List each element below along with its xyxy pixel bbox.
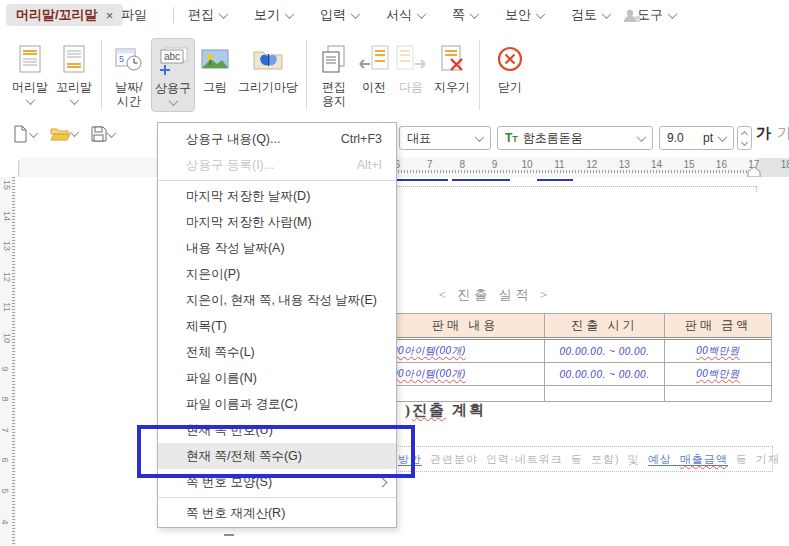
menu-쪽[interactable]: 쪽 bbox=[452, 6, 478, 24]
menu-검토[interactable]: 검토 bbox=[571, 6, 610, 24]
text-fragment bbox=[224, 534, 234, 536]
chevron-down-icon bbox=[602, 9, 612, 19]
menu-item-label: 제목(T) bbox=[186, 318, 227, 335]
font-size-combobox[interactable]: 9.0 pt bbox=[659, 126, 734, 150]
paper-pages-icon bbox=[319, 42, 349, 76]
menu-item-4[interactable]: 마지막 저장한 사람(M) bbox=[158, 209, 396, 235]
tab-header-footer[interactable]: 머리말/꼬리말 × bbox=[6, 4, 123, 26]
heading-emphasis: 진출 bbox=[412, 402, 446, 418]
toolbar-button-그리기마당[interactable]: 그리기마당 bbox=[235, 38, 301, 112]
calendar-clock-icon: 5 bbox=[114, 42, 144, 76]
ruler-number: 10 bbox=[2, 333, 12, 343]
table-cell: 00백만원 bbox=[665, 339, 772, 363]
menu-item-label: 상용구 등록(I)... bbox=[186, 157, 274, 174]
menu-편집[interactable]: 편집 bbox=[188, 6, 227, 24]
document-canvas: < 진출 실적 > 판매 내용진출 시기판매 금액00아이템(00개)00.00… bbox=[16, 177, 789, 546]
chevron-down-icon bbox=[741, 138, 748, 145]
tab-label: 머리말/꼬리말 bbox=[16, 6, 98, 24]
toolbar-button-label: 지우기 bbox=[434, 80, 470, 94]
font-size-stepper[interactable] bbox=[737, 126, 752, 150]
menu-item-10[interactable]: 파일 이름(N) bbox=[158, 365, 396, 391]
tab-close-icon[interactable]: × bbox=[106, 8, 114, 23]
toolbar-button-이전[interactable]: 이전 bbox=[356, 38, 392, 112]
menu-보기[interactable]: 보기 bbox=[254, 6, 293, 24]
chevron-down-icon bbox=[70, 127, 80, 137]
font-value: 함초롬돋움 bbox=[523, 130, 583, 147]
toolbar-button-지우기[interactable]: 지우기 bbox=[430, 38, 474, 112]
toolbar-button-그림[interactable]: 그림 bbox=[195, 38, 235, 112]
font-type-icon: TT bbox=[505, 131, 518, 145]
menu-입력[interactable]: 입력 bbox=[320, 6, 359, 24]
menu-file[interactable]: 파일 bbox=[121, 0, 147, 30]
font-grow-button[interactable]: 가 bbox=[756, 124, 771, 143]
table-header-cell: 진출 시기 bbox=[545, 314, 665, 339]
chevron-down-icon bbox=[417, 9, 427, 19]
ruler-number: 11 bbox=[554, 159, 564, 170]
toolbar-button-날짜/시간[interactable]: 5날짜/ 시간 bbox=[107, 38, 151, 112]
vertical-ruler: 151413121110987654 bbox=[0, 177, 17, 546]
chevron-down-icon bbox=[107, 128, 117, 138]
heading-prefix: ) bbox=[405, 402, 412, 418]
chevron-down-icon bbox=[25, 95, 35, 105]
toolbar-button-상용구[interactable]: abc상용구 bbox=[151, 38, 195, 112]
toolbar-button-label: 상용구 bbox=[155, 81, 191, 95]
menu-item-8[interactable]: 제목(T) bbox=[158, 313, 396, 339]
style-combobox[interactable]: 대표 bbox=[399, 126, 491, 150]
abc-autotext-icon: abc bbox=[155, 43, 191, 77]
table-cell bbox=[386, 386, 545, 402]
open-folder-icon[interactable] bbox=[50, 125, 78, 142]
toolbar-button-꼬리말[interactable]: 꼬리말 bbox=[52, 38, 96, 112]
toolbar-button-편집용지[interactable]: 편집 용지 bbox=[312, 38, 356, 112]
toolbar-divider bbox=[101, 40, 102, 110]
menu-item-7[interactable]: 지은이, 현재 쪽, 내용 작성 날짜(E) bbox=[158, 287, 396, 313]
account-person-icon[interactable] bbox=[623, 8, 641, 28]
menu-label: 보안 bbox=[505, 6, 531, 24]
menu-item-5[interactable]: 내용 작성 날짜(A) bbox=[158, 235, 396, 261]
menu-item-0[interactable]: 상용구 내용(Q)...Ctrl+F3 bbox=[158, 126, 396, 152]
style-value: 대표 bbox=[407, 130, 431, 147]
table-cell: 00아이템(00개) bbox=[386, 363, 545, 386]
font-shrink-button[interactable]: 가 bbox=[777, 124, 789, 143]
toolbar-button-닫기[interactable]: 닫기 bbox=[485, 38, 535, 112]
ruler-number: 8 bbox=[459, 159, 465, 170]
font-size-value: 9.0 bbox=[667, 131, 684, 145]
hancom-office-window: 머리말/꼬리말 × 파일 편집보기입력서식쪽보안검토도구 머리말꼬리말5날짜/ … bbox=[0, 0, 789, 546]
table-cell-text: 00백만원 bbox=[696, 345, 740, 356]
menu-item-3[interactable]: 마지막 저장한 날짜(D) bbox=[158, 183, 396, 209]
menu-item-6[interactable]: 지은이(P) bbox=[158, 261, 396, 287]
ruler-number: 7 bbox=[427, 159, 433, 170]
menu-item-shortcut: Alt+I bbox=[357, 158, 382, 172]
menu-item-9[interactable]: 전체 쪽수(L) bbox=[158, 339, 396, 365]
ruler-number: 10 bbox=[521, 159, 532, 170]
table-cell-text: 00.00.00. ~ 00.00. bbox=[560, 369, 650, 380]
ruler-number: 13 bbox=[619, 159, 630, 170]
table-cell: 00.00.00. ~ 00.00. bbox=[545, 363, 665, 386]
svg-text:5: 5 bbox=[119, 54, 124, 64]
new-doc-icon[interactable] bbox=[12, 125, 37, 143]
note-link-fragment: 매출금액 bbox=[680, 453, 728, 466]
toolbar-button-머리말[interactable]: 머리말 bbox=[8, 38, 52, 112]
ruler-number: 7 bbox=[0, 427, 10, 432]
menu-도구[interactable]: 도구 bbox=[637, 6, 676, 24]
toolbar-button-label: 그림 bbox=[203, 80, 227, 94]
menu-label: 쪽 bbox=[452, 6, 465, 24]
doc-heading: )진출 계획 bbox=[405, 401, 486, 420]
menu-보안[interactable]: 보안 bbox=[505, 6, 544, 24]
svg-text:abc: abc bbox=[164, 51, 180, 62]
font-combobox[interactable]: TT 함초롬돋움 bbox=[497, 126, 653, 150]
menu-서식[interactable]: 서식 bbox=[386, 6, 425, 24]
menu-item-16[interactable]: 쪽 번호 재계산(R) bbox=[158, 500, 396, 526]
menu-label: 입력 bbox=[320, 6, 346, 24]
table-header-row: 판매 내용진출 시기판매 금액 bbox=[386, 314, 772, 339]
chevron-down-icon bbox=[351, 9, 361, 19]
table-cell: 00.00.00. ~ 00.00. bbox=[545, 339, 665, 363]
save-disk-icon[interactable] bbox=[90, 125, 115, 143]
menu-item-11[interactable]: 파일 이름과 경로(C) bbox=[158, 391, 396, 417]
menu-item-label: 파일 이름(N) bbox=[186, 370, 257, 387]
table-row: 00아이템(00개)00.00.00. ~ 00.00.00백만원 bbox=[386, 363, 772, 386]
ruler-ticks bbox=[12, 177, 15, 546]
ruler-number: 15 bbox=[2, 180, 12, 190]
erase-x-icon bbox=[437, 42, 467, 76]
toolbar-button-label: 다음 bbox=[399, 80, 423, 94]
table-cell-text: 00.00.00. ~ 00.00. bbox=[560, 346, 650, 357]
